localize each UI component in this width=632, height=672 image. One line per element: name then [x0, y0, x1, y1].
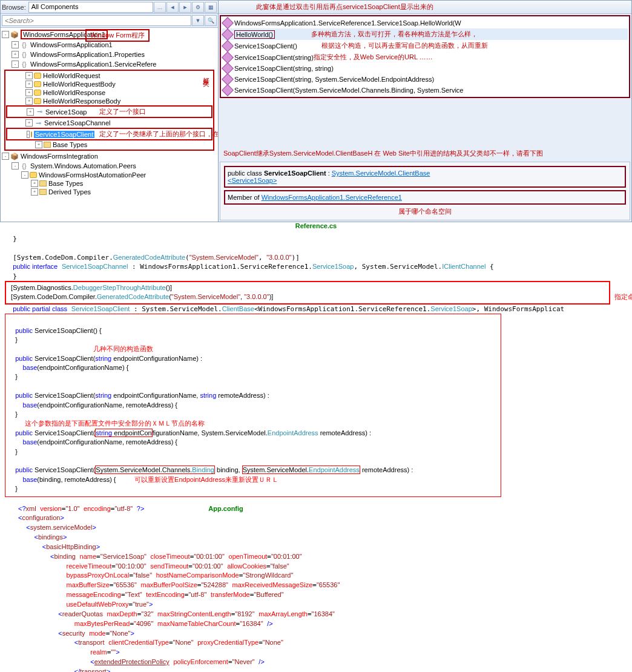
tree-ns[interactable]: WindowsFormsApplication1.Properties [30, 51, 145, 58]
annot: 根据这个构造，可以再去重写自己的构造函数，从而重新 [321, 41, 488, 50]
class-icon [30, 172, 37, 178]
method-icon [222, 40, 234, 52]
code-editor[interactable]: } [System.CodeDom.Compiler.GeneratedCode… [0, 229, 632, 502]
project-icon: 📦 [10, 30, 19, 39]
namespace-icon [20, 162, 28, 170]
search-input[interactable] [2, 15, 191, 26]
tree-folder[interactable]: Derived Types [48, 188, 91, 196]
assembly-icon: 📦 [10, 152, 19, 160]
xml-editor[interactable]: <?xml version="1.0" encoding="utf-8" ?> … [0, 502, 632, 672]
interface-icon: ⊸ [35, 108, 44, 116]
method-item[interactable]: WindowsFormsApplication1.ServiceReferenc… [222, 18, 628, 28]
annot-class: 定义了一个类继承了上面的那个接口，在用的时候就是定义它的实例对使用 [99, 130, 218, 139]
method-icon [222, 73, 234, 85]
tree-interface[interactable]: Service1Soap [45, 108, 87, 116]
method-item[interactable]: Service1SoapClient(string, System.Servic… [222, 74, 628, 85]
folder-icon [44, 142, 51, 148]
tree-folder[interactable]: Base Types [53, 141, 87, 148]
annot: 指定安全性，及Web Service的URL …… [314, 53, 433, 62]
method-icon [222, 51, 234, 64]
method-item[interactable]: HelloWorld()多种构造方法，双击可打开，看各种构造方法是乍么样， [222, 28, 628, 40]
method-icon [222, 84, 234, 96]
annot: 多种构造方法，双击可打开，看各种构造方法是乍么样， [311, 30, 478, 39]
annot-iface: 定义了一个接口 [99, 107, 146, 116]
tree-class[interactable]: HelloWorldRequest [43, 72, 100, 79]
base-type-link[interactable]: System.ServiceModel.ClientBase [332, 170, 430, 177]
annot: 属于哪个命名空间 [224, 207, 626, 216]
method-icon [222, 28, 234, 41]
folder-icon [39, 180, 47, 186]
tree-interface[interactable]: Service1SoapChannel [44, 119, 110, 127]
tree-class-selected[interactable]: Service1SoapClient [34, 131, 95, 138]
namespace-icon [20, 50, 28, 59]
member-list: WindowsFormsApplication1.ServiceReferenc… [220, 15, 630, 98]
forward-button[interactable]: ► [179, 2, 191, 13]
expand-icon[interactable]: - [2, 31, 9, 38]
method-item[interactable]: Service1SoapClient(string)指定安全性，及Web Ser… [222, 51, 628, 63]
tree-class[interactable]: WindowsFormsHostAutomationPeer [39, 171, 146, 179]
dropdown-button[interactable]: … [154, 2, 166, 13]
tree-asm[interactable]: WindowsFormsIntegration [21, 153, 98, 160]
namespace-link[interactable]: WindowsFormsApplication1.ServiceReferenc… [262, 194, 402, 201]
annot-many: 好多类 [202, 72, 211, 76]
namespace-icon [20, 41, 28, 49]
scope-combo[interactable]: All Components [28, 2, 153, 13]
tree-ns[interactable]: WindowsFormsApplication1.ServiceRefere [30, 61, 156, 68]
search-go[interactable]: 🔍 [205, 15, 217, 26]
method-item[interactable]: Service1SoapClient(System.ServiceModel.C… [222, 85, 628, 96]
method-item[interactable]: Service1SoapClient(string, string) [222, 63, 628, 74]
file-label: Reference.cs [0, 222, 632, 229]
interface-icon: ⊸ [34, 119, 42, 127]
top-annotation: 此窗体是通过双击引用后再点service1SoapClient显示出来的 [256, 2, 433, 12]
view-button[interactable]: ▦ [205, 2, 217, 13]
browse-label: Browse: [2, 4, 26, 11]
tree-ns[interactable]: System.Windows.Automation.Peers [30, 162, 136, 170]
tree-class[interactable]: HelloWorldRequestBody [43, 81, 116, 88]
method-item[interactable]: Service1SoapClient()根据这个构造，可以再去重写自己的构造函数… [222, 40, 628, 51]
class-icon [34, 81, 41, 87]
method-icon [222, 62, 234, 74]
tree-class[interactable]: HelloWorldResponseBody [43, 97, 120, 105]
settings-button[interactable]: ⚙ [192, 2, 204, 13]
annot-winform: Window Form程序 [85, 29, 150, 42]
class-icon [34, 90, 41, 96]
mid-annotation: SoapClient继承System.ServiceModel.ClientBa… [219, 147, 631, 160]
namespace-icon [20, 60, 28, 68]
browser-toolbar: Browse: All Components … ◄ ► ⚙ ▦ [1, 1, 218, 14]
class-icon [34, 73, 41, 79]
back-button[interactable]: ◄ [166, 2, 179, 13]
generic-link[interactable]: <Service1Soap> [228, 177, 277, 184]
method-icon [222, 17, 234, 29]
tree-class[interactable]: HelloWorldResponse [43, 89, 105, 96]
class-icon [31, 131, 32, 137]
tree-ns[interactable]: WindowsFormsApplication1 [30, 41, 113, 48]
summary-panel: public class Service1SoapClient : System… [220, 162, 630, 220]
search-dropdown[interactable]: ▼ [192, 15, 204, 26]
tree-folder[interactable]: Base Types [48, 180, 83, 187]
class-icon [34, 98, 41, 104]
object-tree[interactable]: Window Form程序 -📦WindowsFormsApplication1… [1, 28, 218, 222]
folder-icon [39, 189, 47, 195]
